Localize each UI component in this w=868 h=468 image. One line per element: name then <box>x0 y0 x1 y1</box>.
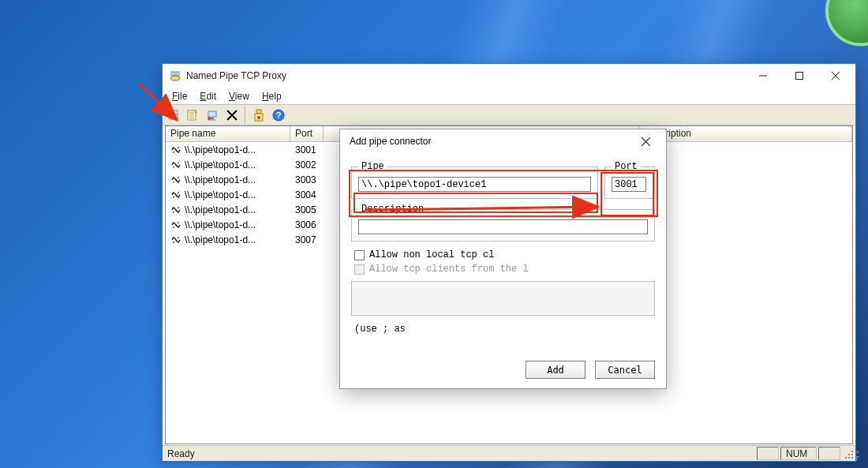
description-fieldset: Description <box>351 204 655 241</box>
port-cell: 3001 <box>290 144 324 155</box>
menu-file[interactable]: File <box>166 89 193 103</box>
port-cell: 3006 <box>290 219 324 230</box>
pipe-name-cell: \\.\pipe\topo1-d... <box>185 174 256 185</box>
svg-rect-17 <box>848 454 850 455</box>
svg-rect-5 <box>168 110 172 114</box>
svg-rect-11 <box>256 110 261 114</box>
ip-list-hint: (use ; as <box>351 320 655 335</box>
svg-point-0 <box>170 76 180 80</box>
allow-iplist-row: Allow tcp clients from the l <box>351 262 655 276</box>
pipe-name-cell: \\.\pipe\topo1-d... <box>185 144 256 155</box>
status-cell-num: NUM <box>780 447 817 460</box>
allow-nonlocal-checkbox[interactable] <box>354 250 365 260</box>
port-legend: Port <box>612 161 641 172</box>
app-icon <box>169 69 181 82</box>
svg-rect-20 <box>848 457 850 459</box>
toolbar-delete[interactable] <box>223 107 241 124</box>
toolbar-network[interactable] <box>204 107 221 124</box>
status-text: Ready <box>167 448 195 459</box>
port-input[interactable] <box>612 177 646 192</box>
pipe-connector-icon <box>170 219 181 230</box>
pipe-connector-icon <box>170 144 181 155</box>
status-bar: Ready NUM <box>163 445 855 461</box>
toolbar: ? <box>163 104 855 125</box>
toolbar-properties[interactable] <box>184 107 201 124</box>
svg-rect-6 <box>174 110 178 114</box>
cancel-button[interactable]: Cancel <box>595 361 655 379</box>
description-legend: Description <box>358 204 427 215</box>
svg-rect-9 <box>211 118 214 119</box>
svg-point-4 <box>168 114 178 119</box>
menu-view[interactable]: View <box>223 89 256 103</box>
allow-iplist-label: Allow tcp clients from the l <box>369 264 529 275</box>
desktop-decoration <box>825 0 868 47</box>
toolbar-separator <box>245 107 246 124</box>
description-input[interactable] <box>358 219 648 234</box>
port-cell: 3003 <box>290 174 324 185</box>
pipe-connector-icon <box>170 189 181 200</box>
status-cell-scrl <box>818 447 840 460</box>
resize-grip-icon[interactable] <box>842 447 855 460</box>
toolbar-options[interactable] <box>250 107 268 124</box>
minimize-button[interactable] <box>745 64 781 87</box>
port-cell: 3004 <box>290 189 324 200</box>
maximize-button[interactable] <box>781 64 817 87</box>
svg-rect-16 <box>851 451 853 452</box>
pipe-name-cell: \\.\pipe\topo1-d... <box>185 204 256 215</box>
add-button[interactable]: Add <box>526 361 586 379</box>
svg-rect-1 <box>171 72 174 76</box>
pipe-connector-icon <box>170 174 181 185</box>
svg-rect-3 <box>796 72 803 79</box>
svg-point-10 <box>208 117 211 120</box>
status-cell-cap <box>757 447 779 460</box>
pipe-connector-icon <box>170 204 181 215</box>
pipe-connector-icon <box>170 159 181 170</box>
title-bar[interactable]: Named Pipe TCP Proxy <box>163 64 855 88</box>
port-fieldset: Port <box>604 161 655 199</box>
add-pipe-connector-dialog: Add pipe connector Pipe Port Description… <box>339 129 667 389</box>
close-button[interactable] <box>817 64 854 87</box>
pipe-name-cell: \\.\pipe\topo1-d... <box>185 234 256 245</box>
menu-bar: File Edit View Help <box>163 88 855 104</box>
dialog-title-bar[interactable]: Add pipe connector <box>340 129 666 153</box>
window-title: Named Pipe TCP Proxy <box>186 70 745 81</box>
allow-iplist-checkbox <box>354 264 365 275</box>
pipe-input[interactable] <box>358 177 591 192</box>
svg-point-13 <box>257 116 260 119</box>
port-cell: 3002 <box>290 159 324 170</box>
pipe-name-cell: \\.\pipe\topo1-d... <box>185 159 256 170</box>
svg-rect-18 <box>851 454 853 455</box>
allow-nonlocal-label: Allow non local tcp cl <box>369 249 494 260</box>
toolbar-add-connector[interactable] <box>164 107 181 124</box>
toolbar-help[interactable]: ? <box>270 107 287 124</box>
svg-rect-2 <box>176 72 179 76</box>
pipe-connector-icon <box>170 234 181 245</box>
col-description[interactable]: Description <box>639 126 852 141</box>
svg-text:?: ? <box>276 110 282 120</box>
col-pipe-name[interactable]: Pipe name <box>166 126 290 141</box>
pipe-name-cell: \\.\pipe\topo1-d... <box>185 189 256 200</box>
menu-help[interactable]: Help <box>256 89 288 103</box>
port-cell: 3005 <box>290 204 324 215</box>
svg-rect-21 <box>851 457 853 459</box>
svg-rect-8 <box>208 111 216 117</box>
col-port[interactable]: Port <box>290 126 324 141</box>
svg-rect-19 <box>845 457 847 459</box>
dialog-close-button[interactable] <box>630 130 661 152</box>
pipe-fieldset: Pipe <box>351 161 598 199</box>
menu-edit[interactable]: Edit <box>193 89 223 103</box>
dialog-title: Add pipe connector <box>350 136 431 147</box>
pipe-legend: Pipe <box>358 161 387 172</box>
port-cell: 3007 <box>290 234 324 245</box>
pipe-name-cell: \\.\pipe\topo1-d... <box>185 219 256 230</box>
allow-nonlocal-row[interactable]: Allow non local tcp cl <box>351 248 655 262</box>
ip-list-box <box>351 281 655 316</box>
